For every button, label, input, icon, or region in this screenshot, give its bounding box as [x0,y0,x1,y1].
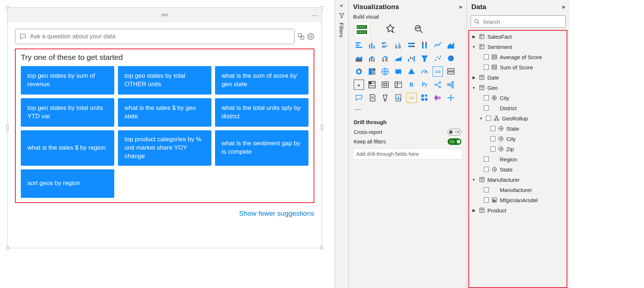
field-georollup-city[interactable]: City [469,134,567,144]
ask-input-field[interactable] [29,32,290,41]
resize-handle[interactable] [320,246,323,249]
kpi-icon[interactable]: ▲ [354,80,364,90]
map-icon[interactable] [380,66,390,77]
power-apps-icon[interactable] [433,93,443,103]
gauge-icon[interactable] [419,66,430,77]
card-icon[interactable]: 123 [433,66,443,77]
table-manufacturer[interactable]: ▾ Manufacturer [469,174,567,185]
search-input[interactable] [471,15,566,28]
checkbox[interactable] [484,54,489,59]
table-sentiment[interactable]: ▾ Sentiment [469,42,567,52]
keep-all-filters-toggle[interactable]: On [448,138,461,145]
chevron-down-icon[interactable]: ▾ [471,85,476,90]
ribbon-chart-icon[interactable] [393,53,403,64]
field-geo-district[interactable]: District [469,103,567,113]
checkbox[interactable] [484,105,489,111]
show-fewer-link[interactable]: Show fewer suggestions [15,210,314,218]
qna-visual[interactable]: ⋯ Try one of these to get started top ge… [7,7,322,248]
convert-visual-icon[interactable] [298,33,305,40]
line-stacked-column-icon[interactable] [367,53,377,64]
filters-pane-collapsed[interactable]: « Filters [334,0,348,288]
search-field[interactable] [482,18,563,25]
apps-icon[interactable] [419,93,430,103]
python-visual-icon[interactable]: Py [419,80,430,90]
slicer-icon[interactable] [367,80,377,90]
field-georollup-zip[interactable]: Zip [469,144,567,154]
stacked-column-icon[interactable] [367,40,377,50]
build-tab-analytics[interactable] [411,22,427,37]
field-manufacturer-name[interactable]: Manufacturer [469,185,567,195]
checkbox[interactable] [484,95,489,100]
cross-report-toggle[interactable]: Off [448,129,461,135]
suggestion-card[interactable]: top geo states by total OTHER units [118,66,211,95]
smart-narrative-icon[interactable] [367,93,377,103]
suggestion-card[interactable]: top product categories by % unit market … [118,130,211,166]
checkbox[interactable] [490,136,495,141]
grip-icon[interactable] [161,13,168,17]
scatter-icon[interactable] [433,53,443,64]
suggestion-card[interactable]: what is the sales $ by geo state [118,98,211,127]
paginated-report-icon[interactable] [393,93,403,103]
field-mfgisvanarsdel[interactable]: fx MfgisVanArsdel [469,195,567,205]
collapse-right-icon[interactable]: » [562,4,565,10]
funnel-icon[interactable] [419,53,430,64]
field-sum-of-score[interactable]: Sum of Score [469,62,567,72]
hundred-stacked-bar-icon[interactable] [406,40,417,50]
checkbox[interactable] [484,197,489,203]
filled-map-icon[interactable] [393,66,403,77]
suggestion-card[interactable]: what is the total units sply by district [215,98,308,127]
field-georollup-state[interactable]: State [469,123,567,134]
suggestion-card[interactable]: sort geos by region [21,169,114,198]
resize-handle[interactable] [6,125,8,130]
checkbox[interactable] [484,157,489,162]
more-options-icon[interactable]: ⋯ [312,11,319,19]
chevron-right-icon[interactable]: ▶ [471,208,476,213]
r-visual-icon[interactable]: R [406,80,417,90]
checkbox[interactable] [484,187,489,192]
gear-icon[interactable] [307,33,314,40]
more-visuals-icon[interactable]: ⋯ [349,104,467,117]
field-geo-city[interactable]: City [469,93,567,103]
suggestion-card[interactable]: what is the sentiment gap by is compete [215,130,308,166]
hundred-stacked-column-icon[interactable] [419,40,430,50]
drill-through-dropzone[interactable]: Add drill-through fields here [353,149,462,160]
field-geo-state[interactable]: State [469,164,567,174]
multirow-card-icon[interactable] [446,66,456,77]
ask-input[interactable] [15,29,295,44]
clustered-column-icon[interactable] [393,40,403,50]
chevron-right-icon[interactable]: ▶ [471,75,476,80]
suggestion-card[interactable]: what is the sum of score by geo state [215,66,308,95]
build-tab-format[interactable] [382,22,398,37]
suggestion-card[interactable]: top geo states by sum of revenue [21,66,114,95]
clustered-bar-icon[interactable] [380,40,390,50]
matrix-icon[interactable] [393,80,403,90]
goals-icon[interactable] [380,93,390,103]
hierarchy-georollup[interactable]: ▾ GeoRollup [469,113,567,123]
chevron-right-icon[interactable]: ▶ [471,34,476,39]
checkbox[interactable] [486,116,491,121]
build-tab-fields[interactable] [354,22,370,37]
table-date[interactable]: ▶ Date [469,72,567,82]
field-average-of-score[interactable]: Average of Score [469,52,567,62]
field-geo-region[interactable]: Region [469,154,567,164]
donut-icon[interactable] [354,66,364,77]
power-automate-icon[interactable]: 123 [406,93,417,103]
stacked-bar-icon[interactable] [354,40,364,50]
table-product[interactable]: ▶ Product [469,205,567,215]
qna-visual-icon[interactable] [354,93,364,103]
checkbox[interactable] [490,146,495,151]
get-more-visuals-icon[interactable] [446,93,456,103]
pie-icon[interactable] [446,53,456,64]
resize-handle[interactable] [6,246,9,249]
chevron-down-icon[interactable]: ▾ [479,116,484,121]
treemap-icon[interactable] [367,66,377,77]
area-chart-icon[interactable] [446,40,456,50]
collapse-right-icon[interactable]: » [459,4,462,10]
resize-handle[interactable] [321,125,323,130]
chevron-down-icon[interactable]: ▾ [471,177,476,182]
line-chart-icon[interactable] [433,40,443,50]
table-geo[interactable]: ▾ Geo [469,82,567,93]
table-salesfact[interactable]: ▶ SalesFact [469,31,567,42]
checkbox[interactable] [484,167,489,172]
suggestion-card[interactable]: top geo states by total units YTD var [21,98,114,127]
